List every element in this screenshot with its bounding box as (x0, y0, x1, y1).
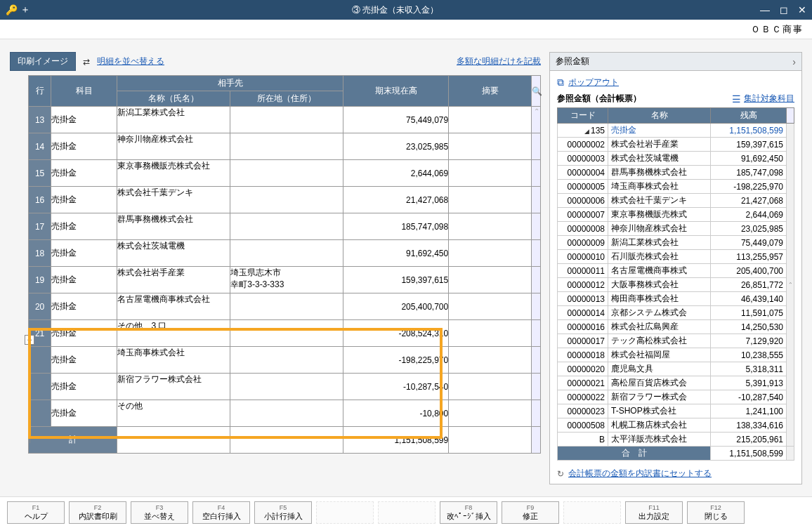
ref-balance: 205,400,700 (711, 264, 787, 278)
table-row[interactable]: 13売掛金新潟工業株式会社75,449,079 (29, 107, 541, 133)
row-number: 16 (29, 187, 51, 213)
cell-address (230, 293, 343, 320)
ref-row[interactable]: 00000016株式会社広島興産14,250,530 (558, 320, 794, 334)
cell-address (230, 240, 343, 267)
ref-row[interactable]: 00000011名古屋電機商事株式205,400,700 (558, 264, 794, 278)
set-amounts-link[interactable]: 会計帳票の金額を内訳書にセットする (568, 468, 712, 480)
cell-address (230, 374, 343, 400)
target-subjects-link[interactable]: 集計対象科目 (744, 93, 794, 105)
ref-row[interactable]: 00000020鹿児島文具5,318,311 (558, 362, 794, 376)
table-row[interactable]: 21売掛金その他 3 口-208,524,310 (29, 320, 541, 347)
cell-memo (449, 320, 532, 347)
cell-subject: 売掛金 (51, 133, 117, 160)
table-row[interactable]: 18売掛金株式会社茨城電機91,692,450 (29, 240, 541, 267)
ref-name: 高松屋百貨店株式会 (608, 376, 711, 390)
row-number: 13 (29, 107, 51, 133)
ref-row[interactable]: 00000017テック高松株式会社7,129,920 (558, 334, 794, 348)
cell-memo (449, 374, 532, 400)
cell-subject: 売掛金 (51, 187, 117, 213)
ref-row[interactable]: 00000006株式会社千葉デンキ21,427,068 (558, 194, 794, 208)
ref-balance: 215,205,961 (711, 433, 787, 447)
ref-balance: 1,241,100 (711, 404, 787, 418)
collapse-minus-icon[interactable]: − (25, 335, 34, 345)
minimize-button[interactable]: — (760, 4, 770, 15)
cell-memo (449, 160, 532, 187)
ref-row[interactable]: 00000008神奈川物産株式会社23,025,985 (558, 222, 794, 236)
ref-active-row[interactable]: ◢135 売掛金 1,151,508,599 ⌃ (558, 124, 794, 138)
search-key-icon[interactable]: 🔑 (6, 4, 18, 15)
ref-row[interactable]: 00000021高松屋百貨店株式会5,391,913 (558, 376, 794, 390)
ref-name: 埼玉商事株式会社 (608, 180, 711, 194)
sum-label: 計 (29, 427, 117, 454)
maximize-button[interactable]: ◻ (780, 4, 788, 15)
ref-row[interactable]: 00000002株式会社岩手産業159,397,615 (558, 138, 794, 152)
ref-code: 00000023 (558, 404, 608, 418)
ref-balance: 159,397,615 (711, 138, 787, 152)
cell-subject: 売掛金 (51, 347, 117, 374)
ref-row[interactable]: 00000010石川販売株式会社113,255,957 (558, 250, 794, 264)
header-magnify[interactable]: 🔍 (532, 76, 541, 107)
ref-row[interactable]: 00000003株式会社茨城電機91,692,450 (558, 152, 794, 166)
table-row[interactable]: 20売掛金名古屋電機商事株式会社205,400,700 (29, 293, 541, 320)
ref-row[interactable]: 00000018株式会社福岡屋10,238,555 (558, 348, 794, 362)
header-memo: 摘要 (449, 76, 532, 107)
close-button[interactable]: ✕ (798, 4, 806, 15)
table-row[interactable]: 17売掛金群馬事務機株式会社185,747,098 (29, 213, 541, 240)
ref-name: 梅田商事株式会社 (608, 292, 711, 306)
cell-subject: 売掛金 (51, 374, 117, 400)
cell-balance: -10,800 (343, 400, 449, 427)
ref-row[interactable]: B太平洋販売株式会社215,205,961 (558, 433, 794, 447)
table-row[interactable]: 16売掛金株式会社千葉デンキ21,427,068 (29, 187, 541, 213)
side-subtitle: 参照金額（会計帳票） (557, 93, 641, 105)
plus-icon[interactable]: ＋ (20, 4, 30, 16)
collapse-control[interactable]: − (25, 335, 36, 443)
scroll-up-icon[interactable]: ⌃ (534, 107, 544, 115)
table-row[interactable]: 売掛金その他-10,800 (29, 400, 541, 427)
ref-header-balance: 残高 (711, 108, 787, 124)
ref-row[interactable]: 00000013梅田商事株式会社46,439,140 (558, 292, 794, 306)
row-number: 18 (29, 240, 51, 267)
sort-link[interactable]: 明細を並べ替える (97, 55, 164, 67)
cell-balance: 23,025,985 (343, 133, 449, 160)
table-row[interactable]: 売掛金新宿フラワー株式会社-10,287,540 (29, 374, 541, 400)
table-row[interactable]: 19売掛金株式会社岩手産業埼玉県志木市幸町3-3-3-333159,397,61… (29, 267, 541, 293)
ref-name: 札幌工務店株式会社 (608, 418, 711, 433)
ref-row[interactable]: 00000022新宿フラワー株式会-10,287,540 (558, 390, 794, 404)
ref-row[interactable]: 00000508札幌工務店株式会社138,334,616 (558, 418, 794, 433)
ref-balance: 5,318,311 (711, 362, 787, 376)
ref-code: 00000007 (558, 208, 608, 222)
ref-row[interactable]: 00000023T-SHOP株式会社1,241,100 (558, 404, 794, 418)
table-row[interactable]: 売掛金埼玉商事株式会社-198,225,970 (29, 347, 541, 374)
ref-row[interactable]: 00000009新潟工業株式会社75,449,079 (558, 236, 794, 250)
ref-row[interactable]: 00000014京都システム株式会11,591,075 (558, 306, 794, 320)
print-image-button[interactable]: 印刷イメージ (10, 52, 76, 71)
ref-row[interactable]: 00000005埼玉商事株式会社-198,225,970 (558, 180, 794, 194)
chevron-right-icon[interactable]: › (792, 56, 796, 67)
cell-address (230, 400, 343, 427)
ref-code: 00000022 (558, 390, 608, 404)
ref-balance: 138,334,616 (711, 418, 787, 433)
ref-row[interactable]: 00000012大阪事務株式会社26,851,772 (558, 278, 794, 292)
ref-row[interactable]: 00000007東京事務機販売株式2,644,069 (558, 208, 794, 222)
ref-code: 00000020 (558, 362, 608, 376)
cell-memo (449, 187, 532, 213)
table-row[interactable]: 15売掛金東京事務機販売株式会社2,644,069 (29, 160, 541, 187)
ref-name: テック高松株式会社 (608, 334, 711, 348)
large-only-link[interactable]: 多額な明細だけを記載 (457, 55, 541, 67)
popout-link[interactable]: ポップアウト (568, 77, 619, 88)
table-row[interactable]: 14売掛金神奈川物産株式会社23,025,985 (29, 133, 541, 160)
cell-subject: 売掛金 (51, 213, 117, 240)
ref-name: 東京事務機販売株式 (608, 208, 711, 222)
ref-balance: -10,287,540 (711, 390, 787, 404)
ref-code: 00000010 (558, 250, 608, 264)
cell-balance: 185,747,098 (343, 213, 449, 240)
popout-icon: ⧉ (557, 77, 564, 88)
ref-name: 株式会社茨城電機 (608, 152, 711, 166)
ref-name: 鹿児島文具 (608, 362, 711, 376)
cell-subject: 売掛金 (51, 107, 117, 133)
ref-row[interactable]: 00000004群馬事務機株式会社185,747,098 (558, 166, 794, 180)
triangle-down-icon: ◢ (584, 128, 589, 135)
ref-code: 00000012 (558, 278, 608, 292)
cell-memo (449, 347, 532, 374)
row-number: 19 (29, 267, 51, 293)
